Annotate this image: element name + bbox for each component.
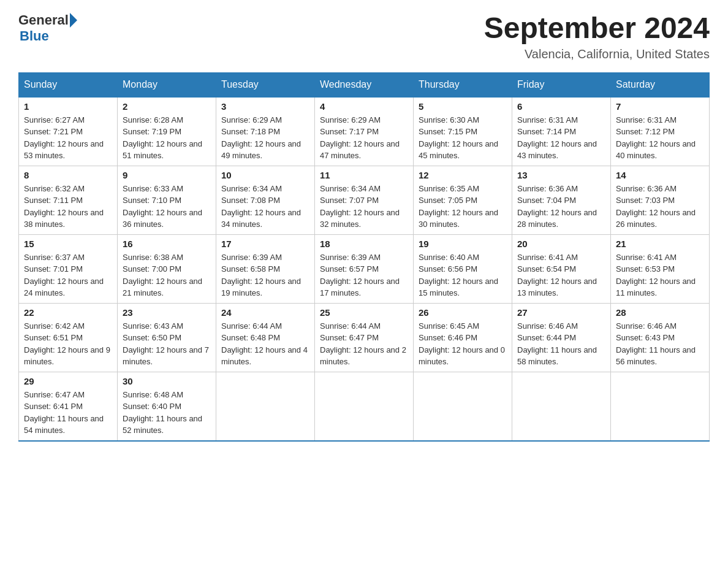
day-number: 27 — [517, 307, 605, 318]
day-number: 30 — [123, 376, 211, 386]
logo-general-text: General — [18, 12, 69, 28]
col-header-friday: Friday — [512, 72, 611, 97]
calendar-cell: 18Sunrise: 6:39 AMSunset: 6:57 PMDayligh… — [315, 234, 414, 303]
calendar-cell: 6Sunrise: 6:31 AMSunset: 7:14 PMDaylight… — [512, 97, 611, 166]
calendar-cell: 23Sunrise: 6:43 AMSunset: 6:50 PMDayligh… — [118, 303, 216, 372]
day-number: 4 — [320, 101, 408, 112]
day-info: Sunrise: 6:32 AMSunset: 7:11 PMDaylight:… — [24, 183, 112, 231]
day-number: 19 — [419, 239, 507, 249]
day-info: Sunrise: 6:31 AMSunset: 7:12 PMDaylight:… — [616, 114, 704, 162]
calendar-cell: 5Sunrise: 6:30 AMSunset: 7:15 PMDaylight… — [414, 97, 512, 166]
day-number: 2 — [123, 101, 211, 112]
day-info: Sunrise: 6:40 AMSunset: 6:56 PMDaylight:… — [419, 251, 507, 299]
week-row-3: 15Sunrise: 6:37 AMSunset: 7:01 PMDayligh… — [19, 234, 710, 303]
day-info: Sunrise: 6:44 AMSunset: 6:47 PMDaylight:… — [320, 320, 408, 368]
day-info: Sunrise: 6:29 AMSunset: 7:18 PMDaylight:… — [221, 114, 309, 162]
day-info: Sunrise: 6:39 AMSunset: 6:58 PMDaylight:… — [221, 251, 309, 299]
calendar-cell: 3Sunrise: 6:29 AMSunset: 7:18 PMDaylight… — [216, 97, 315, 166]
day-info: Sunrise: 6:36 AMSunset: 7:04 PMDaylight:… — [517, 183, 605, 231]
day-info: Sunrise: 6:45 AMSunset: 6:46 PMDaylight:… — [419, 320, 507, 368]
col-header-monday: Monday — [118, 72, 216, 97]
calendar-cell: 8Sunrise: 6:32 AMSunset: 7:11 PMDaylight… — [19, 166, 118, 234]
day-number: 23 — [123, 307, 211, 318]
calendar-cell: 4Sunrise: 6:29 AMSunset: 7:17 PMDaylight… — [315, 97, 414, 166]
calendar-cell: 2Sunrise: 6:28 AMSunset: 7:19 PMDaylight… — [118, 97, 216, 166]
day-info: Sunrise: 6:41 AMSunset: 6:54 PMDaylight:… — [517, 251, 605, 299]
calendar-cell — [216, 372, 315, 441]
calendar-cell — [315, 372, 414, 441]
day-number: 16 — [123, 239, 211, 249]
day-info: Sunrise: 6:39 AMSunset: 6:57 PMDaylight:… — [320, 251, 408, 299]
day-number: 3 — [221, 101, 309, 112]
day-info: Sunrise: 6:48 AMSunset: 6:40 PMDaylight:… — [123, 389, 211, 437]
day-number: 9 — [123, 170, 211, 180]
calendar-cell: 29Sunrise: 6:47 AMSunset: 6:41 PMDayligh… — [19, 372, 118, 441]
calendar-cell: 10Sunrise: 6:34 AMSunset: 7:08 PMDayligh… — [216, 166, 315, 234]
day-info: Sunrise: 6:28 AMSunset: 7:19 PMDaylight:… — [123, 114, 211, 162]
calendar-cell: 21Sunrise: 6:41 AMSunset: 6:53 PMDayligh… — [611, 234, 710, 303]
col-header-wednesday: Wednesday — [315, 72, 414, 97]
day-info: Sunrise: 6:38 AMSunset: 7:00 PMDaylight:… — [123, 251, 211, 299]
month-title: September 2024 — [484, 12, 710, 45]
day-info: Sunrise: 6:42 AMSunset: 6:51 PMDaylight:… — [24, 320, 112, 368]
day-number: 11 — [320, 170, 408, 180]
calendar-cell — [611, 372, 710, 441]
day-number: 26 — [419, 307, 507, 318]
calendar-cell — [512, 372, 611, 441]
week-row-4: 22Sunrise: 6:42 AMSunset: 6:51 PMDayligh… — [19, 303, 710, 372]
calendar-cell: 27Sunrise: 6:46 AMSunset: 6:44 PMDayligh… — [512, 303, 611, 372]
calendar-cell: 26Sunrise: 6:45 AMSunset: 6:46 PMDayligh… — [414, 303, 512, 372]
day-info: Sunrise: 6:33 AMSunset: 7:10 PMDaylight:… — [123, 183, 211, 231]
day-info: Sunrise: 6:37 AMSunset: 7:01 PMDaylight:… — [24, 251, 112, 299]
day-number: 29 — [24, 376, 112, 386]
day-number: 25 — [320, 307, 408, 318]
day-number: 1 — [24, 101, 112, 112]
day-info: Sunrise: 6:36 AMSunset: 7:03 PMDaylight:… — [616, 183, 704, 231]
calendar-cell: 13Sunrise: 6:36 AMSunset: 7:04 PMDayligh… — [512, 166, 611, 234]
week-row-5: 29Sunrise: 6:47 AMSunset: 6:41 PMDayligh… — [19, 372, 710, 441]
day-info: Sunrise: 6:43 AMSunset: 6:50 PMDaylight:… — [123, 320, 211, 368]
calendar-cell: 9Sunrise: 6:33 AMSunset: 7:10 PMDaylight… — [118, 166, 216, 234]
day-number: 12 — [419, 170, 507, 180]
day-info: Sunrise: 6:34 AMSunset: 7:07 PMDaylight:… — [320, 183, 408, 231]
day-info: Sunrise: 6:31 AMSunset: 7:14 PMDaylight:… — [517, 114, 605, 162]
day-info: Sunrise: 6:46 AMSunset: 6:44 PMDaylight:… — [517, 320, 605, 368]
day-number: 17 — [221, 239, 309, 249]
calendar-header-row: SundayMondayTuesdayWednesdayThursdayFrid… — [19, 72, 710, 97]
calendar-cell: 19Sunrise: 6:40 AMSunset: 6:56 PMDayligh… — [414, 234, 512, 303]
day-info: Sunrise: 6:41 AMSunset: 6:53 PMDaylight:… — [616, 251, 704, 299]
col-header-tuesday: Tuesday — [216, 72, 315, 97]
calendar-cell: 17Sunrise: 6:39 AMSunset: 6:58 PMDayligh… — [216, 234, 315, 303]
calendar-cell: 30Sunrise: 6:48 AMSunset: 6:40 PMDayligh… — [118, 372, 216, 441]
calendar-cell: 16Sunrise: 6:38 AMSunset: 7:00 PMDayligh… — [118, 234, 216, 303]
col-header-saturday: Saturday — [611, 72, 710, 97]
col-header-sunday: Sunday — [19, 72, 118, 97]
day-number: 20 — [517, 239, 605, 249]
day-number: 21 — [616, 239, 704, 249]
day-number: 6 — [517, 101, 605, 112]
day-number: 13 — [517, 170, 605, 180]
location-subtitle: Valencia, California, United States — [484, 47, 710, 61]
calendar-cell: 7Sunrise: 6:31 AMSunset: 7:12 PMDaylight… — [611, 97, 710, 166]
logo: General Blue — [18, 12, 78, 44]
week-row-2: 8Sunrise: 6:32 AMSunset: 7:11 PMDaylight… — [19, 166, 710, 234]
week-row-1: 1Sunrise: 6:27 AMSunset: 7:21 PMDaylight… — [19, 97, 710, 166]
calendar-cell — [414, 372, 512, 441]
day-info: Sunrise: 6:29 AMSunset: 7:17 PMDaylight:… — [320, 114, 408, 162]
day-info: Sunrise: 6:44 AMSunset: 6:48 PMDaylight:… — [221, 320, 309, 368]
day-info: Sunrise: 6:47 AMSunset: 6:41 PMDaylight:… — [24, 389, 112, 437]
page-header: General Blue September 2024 Valencia, Ca… — [18, 12, 710, 61]
day-info: Sunrise: 6:34 AMSunset: 7:08 PMDaylight:… — [221, 183, 309, 231]
day-number: 10 — [221, 170, 309, 180]
calendar-cell: 20Sunrise: 6:41 AMSunset: 6:54 PMDayligh… — [512, 234, 611, 303]
day-number: 28 — [616, 307, 704, 318]
day-info: Sunrise: 6:35 AMSunset: 7:05 PMDaylight:… — [419, 183, 507, 231]
calendar-cell: 11Sunrise: 6:34 AMSunset: 7:07 PMDayligh… — [315, 166, 414, 234]
logo-blue-text: Blue — [20, 28, 49, 44]
calendar-cell: 14Sunrise: 6:36 AMSunset: 7:03 PMDayligh… — [611, 166, 710, 234]
day-info: Sunrise: 6:27 AMSunset: 7:21 PMDaylight:… — [24, 114, 112, 162]
logo-arrow-icon — [70, 13, 77, 28]
title-section: September 2024 Valencia, California, Uni… — [484, 12, 710, 61]
day-number: 5 — [419, 101, 507, 112]
day-number: 8 — [24, 170, 112, 180]
